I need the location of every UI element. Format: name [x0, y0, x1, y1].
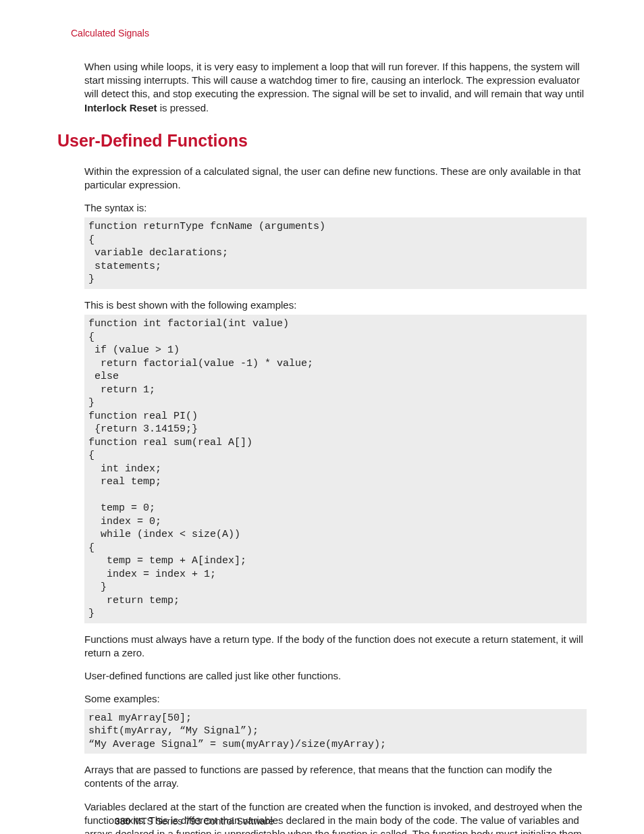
paragraph-some-examples: Some examples:	[84, 692, 587, 706]
code-examples: function int factorial(int value) { if (…	[84, 315, 587, 623]
interlock-reset-label: Interlock Reset	[84, 102, 157, 113]
code-syntax: function returnType fcnName (arguments) …	[84, 217, 587, 289]
footer-doc-title: MTS Series 793 Control Software	[133, 816, 274, 827]
paragraph-called-like: User-defined functions are called just l…	[84, 669, 587, 683]
breadcrumb: Calculated Signals	[71, 27, 587, 40]
intro-text-a: When using while loops, it is very easy …	[84, 61, 584, 100]
intro-paragraph: When using while loops, it is very easy …	[84, 60, 587, 115]
paragraph-arrays-ref: Arrays that are passed to functions are …	[84, 763, 587, 791]
paragraph-intro: Within the expression of a calculated si…	[84, 165, 587, 192]
code-some-examples: real myArray[50]; shift(myArray, “My Sig…	[84, 709, 587, 754]
paragraph-syntax-label: The syntax is:	[84, 201, 587, 215]
page-number: 380	[115, 816, 130, 827]
intro-text-b: is pressed.	[157, 102, 209, 113]
page-footer: 380 MTS Series 793 Control Software	[115, 815, 274, 828]
paragraph-examples-label: This is best shown with the following ex…	[84, 298, 587, 312]
paragraph-return-type: Functions must always have a return type…	[84, 633, 587, 660]
section-title: User-Defined Functions	[57, 130, 587, 153]
